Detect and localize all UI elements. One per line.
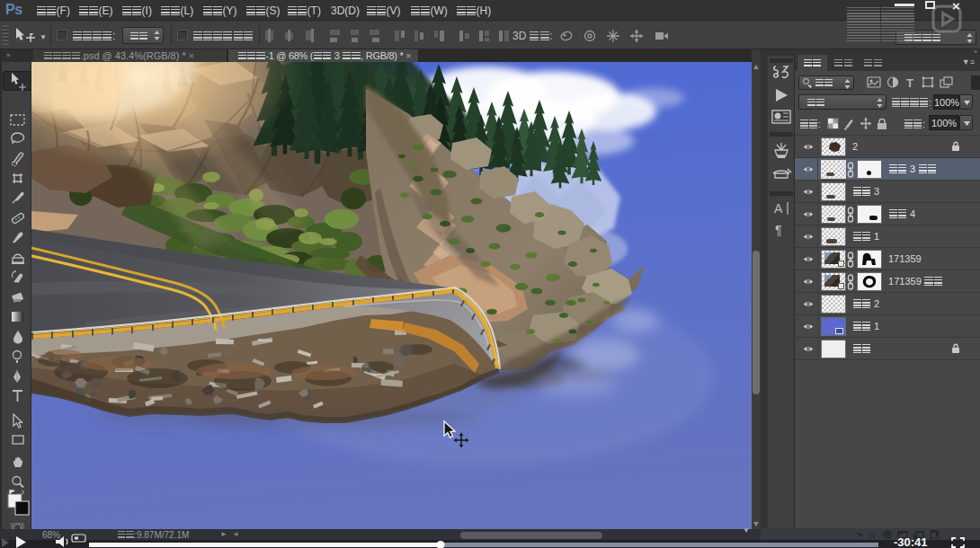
svg-text:A: A <box>774 201 783 216</box>
svg-text:¶: ¶ <box>775 223 782 237</box>
svg-text:T: T <box>906 76 913 90</box>
svg-text:-30:41: -30:41 <box>894 535 928 548</box>
